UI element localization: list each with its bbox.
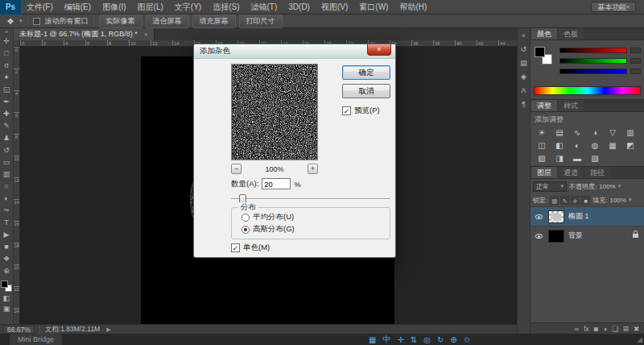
- star-rating-icon[interactable]: ✩: [464, 335, 470, 344]
- fill-screen-button[interactable]: 填充屏幕: [192, 15, 236, 28]
- layer-style-icon[interactable]: fx: [584, 323, 589, 335]
- menu-help[interactable]: 帮助(H): [394, 0, 432, 15]
- gradient-map-icon[interactable]: ▬: [568, 152, 586, 165]
- posterize-icon[interactable]: ▧: [533, 152, 551, 165]
- layer-row-background[interactable]: 背景: [530, 226, 644, 245]
- document-tab[interactable]: 未标题-1 @ 66.7% (椭圆 1, RGB/8) * ×: [14, 28, 155, 40]
- eraser-tool[interactable]: ▭: [0, 156, 13, 168]
- history-panel-icon[interactable]: ↺: [518, 44, 529, 54]
- chevron-down-icon[interactable]: ▾: [618, 183, 621, 189]
- healing-brush-tool[interactable]: ✚: [0, 108, 13, 120]
- marquee-tool[interactable]: □: [0, 48, 13, 60]
- tab-adjustments[interactable]: 调整: [531, 100, 557, 111]
- exposure-icon[interactable]: ◑: [586, 127, 604, 139]
- layer-thumbnail[interactable]: [548, 230, 564, 243]
- levels-icon[interactable]: ▤: [551, 127, 568, 139]
- info-panel-icon[interactable]: ◈: [518, 72, 529, 81]
- tab-styles[interactable]: 样式: [558, 100, 584, 111]
- menu-view[interactable]: 视图(V): [316, 0, 353, 15]
- delete-layer-icon[interactable]: ✖: [634, 323, 639, 335]
- monochrome-checkbox[interactable]: ✓ 单色(M): [231, 243, 270, 253]
- print-size-button[interactable]: 打印尺寸: [239, 15, 283, 28]
- layer-mask-icon[interactable]: ◙: [594, 323, 598, 335]
- blue-value-box[interactable]: [630, 69, 641, 74]
- collapse-toolbar-icon[interactable]: «: [5, 28, 8, 35]
- layer-row-ellipse[interactable]: 椭圆 1: [530, 206, 644, 226]
- quick-mask-icon[interactable]: ◧: [0, 293, 13, 304]
- hand-tool[interactable]: ❖: [0, 253, 13, 265]
- grid-view-icon[interactable]: ▦: [369, 335, 376, 344]
- zoom-level-input[interactable]: 66.67%: [3, 326, 35, 334]
- fit-screen-button[interactable]: 适合屏幕: [146, 15, 189, 28]
- visibility-toggle[interactable]: [533, 214, 544, 219]
- new-layer-icon[interactable]: ⊞: [623, 323, 629, 335]
- foreground-color-swatch[interactable]: [535, 47, 545, 57]
- red-slider[interactable]: [559, 48, 627, 53]
- ok-button[interactable]: 确定: [342, 65, 390, 80]
- zoom-out-button[interactable]: −: [231, 164, 242, 174]
- lock-all-icon[interactable]: ■: [581, 196, 590, 205]
- hand-tool-icon[interactable]: ❖: [3, 17, 18, 26]
- shape-tool[interactable]: ■: [0, 241, 13, 253]
- close-icon[interactable]: ×: [367, 44, 391, 56]
- curves-icon[interactable]: ∿: [568, 127, 586, 139]
- character-panel-icon[interactable]: A: [518, 85, 529, 95]
- crop-tool[interactable]: ◱: [0, 84, 13, 96]
- blend-mode-select[interactable]: 正常 ▾: [533, 181, 567, 192]
- lock-position-icon[interactable]: ✛: [571, 196, 580, 205]
- chevron-down-icon[interactable]: ▾: [19, 18, 23, 24]
- tab-swatches[interactable]: 色板: [558, 28, 584, 39]
- paragraph-panel-icon[interactable]: ¶: [518, 99, 529, 109]
- foreground-color-swatch[interactable]: [1, 281, 8, 288]
- workspace-switcher[interactable]: 基本功能 ▾: [591, 2, 636, 12]
- adjustment-layer-icon[interactable]: ◑: [603, 323, 607, 335]
- move-tool[interactable]: ✛: [0, 35, 13, 48]
- color-balance-icon[interactable]: ◫: [533, 139, 551, 152]
- uniform-radio[interactable]: 平均分布(U): [242, 212, 294, 222]
- blue-slider[interactable]: [559, 69, 627, 74]
- invert-icon[interactable]: ◩: [621, 139, 639, 152]
- pan-center-icon[interactable]: 中: [382, 334, 390, 345]
- path-selection-tool[interactable]: ▶: [0, 229, 13, 241]
- blur-tool[interactable]: ○: [0, 181, 13, 193]
- link-layers-icon[interactable]: ∞: [574, 323, 579, 335]
- menu-3d[interactable]: 3D(D): [283, 0, 316, 15]
- quick-selection-tool[interactable]: ✦: [0, 72, 13, 84]
- properties-panel-icon[interactable]: ▤: [518, 58, 529, 68]
- red-value-box[interactable]: [630, 48, 641, 53]
- target-icon[interactable]: ◎: [423, 335, 431, 344]
- history-brush-tool[interactable]: ↺: [0, 144, 13, 156]
- brush-tool[interactable]: ✎: [0, 120, 13, 132]
- channel-mixer-icon[interactable]: ◍: [586, 139, 604, 152]
- menu-layer[interactable]: 图层(L): [132, 0, 169, 15]
- tab-layers[interactable]: 图层: [531, 167, 557, 178]
- resize-grip-icon[interactable]: ◢: [637, 335, 642, 343]
- menu-filter[interactable]: 滤镜(T): [246, 0, 283, 15]
- vibrance-icon[interactable]: ▽: [604, 127, 621, 139]
- color-swatches[interactable]: [535, 47, 554, 66]
- fill-value[interactable]: 100%: [609, 197, 625, 204]
- cancel-button[interactable]: 取消: [342, 84, 390, 98]
- expand-panels-icon[interactable]: «: [518, 31, 529, 40]
- menu-type[interactable]: 文字(Y): [169, 0, 207, 15]
- green-slider[interactable]: [559, 58, 627, 64]
- mini-bridge-tab[interactable]: Mini Bridge: [10, 334, 62, 345]
- tab-channels[interactable]: 通道: [558, 167, 584, 178]
- scroll-all-windows-checkbox[interactable]: [33, 18, 40, 25]
- lock-pixels-icon[interactable]: ✎: [560, 196, 569, 205]
- preview-checkbox[interactable]: ✓ 预览(P): [342, 106, 380, 116]
- visibility-toggle[interactable]: [533, 234, 544, 239]
- menu-file[interactable]: 文件(F): [21, 0, 59, 15]
- new-group-icon[interactable]: ❏: [612, 323, 618, 335]
- black-white-icon[interactable]: ◧: [551, 139, 568, 152]
- menu-window[interactable]: 窗口(W): [353, 0, 394, 15]
- color-lookup-icon[interactable]: ▦: [604, 139, 621, 152]
- gradient-tool[interactable]: ▥: [0, 168, 13, 181]
- pen-tool[interactable]: ✑: [0, 205, 13, 217]
- zoom-in-button[interactable]: +: [308, 164, 318, 174]
- green-value-box[interactable]: [630, 58, 641, 64]
- close-icon[interactable]: ×: [144, 31, 148, 39]
- slider-track[interactable]: [231, 198, 390, 200]
- hue-saturation-icon[interactable]: ▥: [621, 127, 639, 139]
- move-icon[interactable]: ✛: [397, 335, 403, 344]
